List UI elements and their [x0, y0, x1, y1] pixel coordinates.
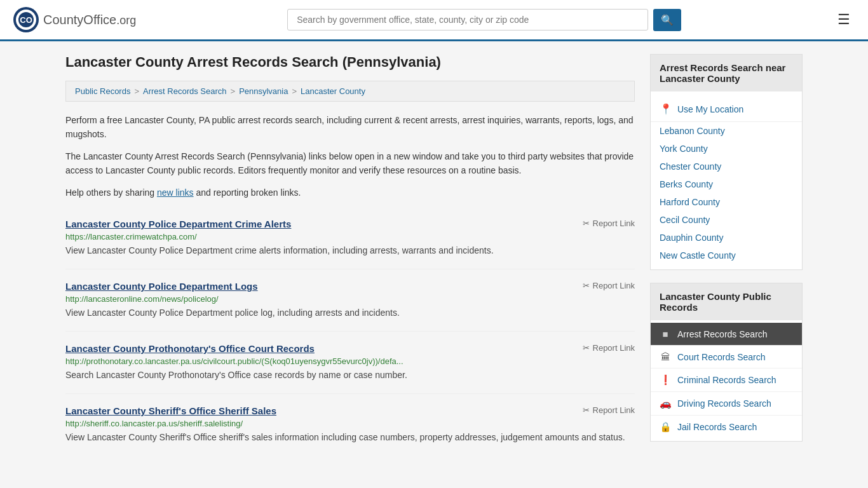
nearby-section: Arrest Records Search near Lancaster Cou… [650, 54, 803, 270]
records-label: Driving Records Search [677, 398, 771, 409]
breadcrumb-pennsylvania[interactable]: Pennsylvania [239, 86, 288, 96]
report-label: Report Link [593, 343, 635, 353]
report-label: Report Link [593, 281, 635, 290]
nearby-item: Harford County [651, 193, 802, 211]
report-link-button[interactable]: ✂ Report Link [583, 405, 635, 415]
report-link-button[interactable]: ✂ Report Link [583, 343, 635, 353]
records-item-criminal[interactable]: ❗ Criminal Records Search [651, 369, 802, 392]
records-item-court[interactable]: 🏛 Court Records Search [651, 346, 802, 369]
result-url[interactable]: http://lancasteronline.com/news/policelo… [65, 294, 635, 304]
hamburger-icon: ☰ [837, 11, 850, 27]
new-links-link[interactable]: new links [157, 187, 194, 198]
result-item: Lancaster County Sheriff's Office Sherif… [65, 394, 635, 456]
result-title[interactable]: Lancaster County Sheriff's Office Sherif… [65, 405, 276, 416]
breadcrumb-sep-3: > [292, 86, 297, 96]
result-url[interactable]: https://lancaster.crimewatchpa.com/ [65, 232, 635, 241]
svg-text:CO: CO [20, 15, 32, 25]
result-item: Lancaster County Police Department Logs … [65, 269, 635, 332]
nearby-county-link[interactable]: York County [660, 144, 708, 154]
report-link-button[interactable]: ✂ Report Link [583, 219, 635, 228]
nearby-county-link[interactable]: Berks County [660, 179, 713, 189]
nearby-county-link[interactable]: New Castle County [660, 250, 736, 261]
scissors-icon: ✂ [583, 219, 590, 228]
report-label: Report Link [593, 405, 635, 415]
scissors-icon: ✂ [583, 405, 590, 415]
public-records-title: Lancaster County Public Records [651, 283, 802, 320]
breadcrumb-public-records[interactable]: Public Records [75, 86, 130, 96]
page-title: Lancaster County Arrest Records Search (… [65, 54, 635, 71]
site-header: CO CountyOffice.org 🔍 ☰ [0, 0, 868, 41]
public-records-section: Lancaster County Public Records ■ Arrest… [650, 283, 803, 442]
desc3-prefix: Help others by sharing [65, 187, 157, 198]
nearby-county-link[interactable]: Cecil County [660, 215, 710, 225]
result-item: Lancaster County Prothonotary's Office C… [65, 332, 635, 394]
scissors-icon: ✂ [583, 281, 590, 290]
use-location-link[interactable]: Use My Location [677, 104, 743, 114]
search-area: 🔍 [287, 9, 681, 31]
nearby-item: Lebanon County [651, 122, 802, 140]
result-header: Lancaster County Sheriff's Office Sherif… [65, 405, 635, 416]
search-input[interactable] [287, 9, 648, 30]
results-list: Lancaster County Police Department Crime… [65, 207, 635, 456]
breadcrumb-sep-2: > [231, 86, 236, 96]
court-icon: 🏛 [660, 351, 671, 362]
pin-icon: 📍 [660, 103, 672, 115]
result-header: Lancaster County Police Department Logs … [65, 281, 635, 292]
records-list: ■ Arrest Records Search 🏛 Court Records … [651, 320, 802, 441]
records-label: Criminal Records Search [677, 375, 776, 385]
breadcrumb-lancaster-county[interactable]: Lancaster County [301, 86, 365, 96]
logo[interactable]: CO CountyOffice.org [13, 6, 136, 33]
result-item: Lancaster County Police Department Crime… [65, 207, 635, 269]
result-header: Lancaster County Police Department Crime… [65, 219, 635, 229]
result-url[interactable]: http://sheriff.co.lancaster.pa.us/sherif… [65, 419, 635, 428]
nearby-county-link[interactable]: Lebanon County [660, 126, 725, 136]
nearby-county-link[interactable]: Harford County [660, 197, 720, 207]
desc3-suffix: and reporting broken links. [194, 187, 301, 198]
result-title[interactable]: Lancaster County Prothonotary's Office C… [65, 343, 315, 354]
breadcrumb-sep-1: > [134, 86, 139, 96]
report-link-button[interactable]: ✂ Report Link [583, 281, 635, 290]
menu-button[interactable]: ☰ [832, 9, 855, 30]
nearby-item: Dauphin County [651, 229, 802, 247]
logo-name: CountyOffice [43, 13, 116, 27]
records-label: Jail Records Search [677, 422, 757, 432]
search-icon: 🔍 [661, 15, 674, 25]
description-3: Help others by sharing new links and rep… [65, 186, 635, 200]
description-1: Perform a free Lancaster County, PA publ… [65, 113, 635, 142]
result-desc: Search Lancaster County Prothonotary's O… [65, 369, 635, 382]
result-header: Lancaster County Prothonotary's Office C… [65, 343, 635, 354]
nearby-section-title: Arrest Records Search near Lancaster Cou… [651, 55, 802, 92]
nearby-item: Berks County [651, 175, 802, 193]
logo-text: CountyOffice.org [43, 13, 136, 27]
records-item-arrest[interactable]: ■ Arrest Records Search [651, 323, 802, 346]
description-2: The Lancaster County Arrest Records Sear… [65, 149, 635, 178]
nearby-item: New Castle County [651, 247, 802, 264]
nearby-county-link[interactable]: Chester County [660, 161, 721, 172]
main-container: Lancaster County Arrest Records Search (… [53, 41, 815, 468]
search-button[interactable]: 🔍 [653, 9, 681, 31]
result-title[interactable]: Lancaster County Police Department Logs [65, 281, 258, 292]
nearby-item: Cecil County [651, 211, 802, 229]
use-location[interactable]: 📍 Use My Location [651, 97, 802, 122]
result-url[interactable]: http://prothonotary.co.lancaster.pa.us/c… [65, 356, 635, 366]
criminal-icon: ❗ [660, 374, 671, 386]
breadcrumb-arrest-records[interactable]: Arrest Records Search [143, 86, 227, 96]
result-title[interactable]: Lancaster County Police Department Crime… [65, 219, 291, 229]
report-label: Report Link [593, 219, 635, 228]
lock-icon: 🔒 [660, 421, 671, 433]
records-label: Court Records Search [677, 352, 766, 362]
nearby-county-link[interactable]: Dauphin County [660, 233, 723, 243]
logo-suffix: .org [116, 14, 136, 27]
arrest-icon: ■ [660, 329, 671, 339]
content-area: Lancaster County Arrest Records Search (… [65, 54, 635, 456]
nearby-list: 📍 Use My Location Lebanon County York Co… [651, 92, 802, 269]
result-desc: View Lancaster County Sheriff's Office s… [65, 431, 635, 444]
nearby-item: Chester County [651, 158, 802, 175]
breadcrumb: Public Records > Arrest Records Search >… [65, 81, 635, 102]
records-item-driving[interactable]: 🚗 Driving Records Search [651, 392, 802, 416]
records-label: Arrest Records Search [677, 329, 768, 339]
records-item-jail[interactable]: 🔒 Jail Records Search [651, 416, 802, 438]
car-icon: 🚗 [660, 398, 671, 409]
nearby-item: York County [651, 140, 802, 158]
result-desc: View Lancaster County Police Department … [65, 306, 635, 320]
